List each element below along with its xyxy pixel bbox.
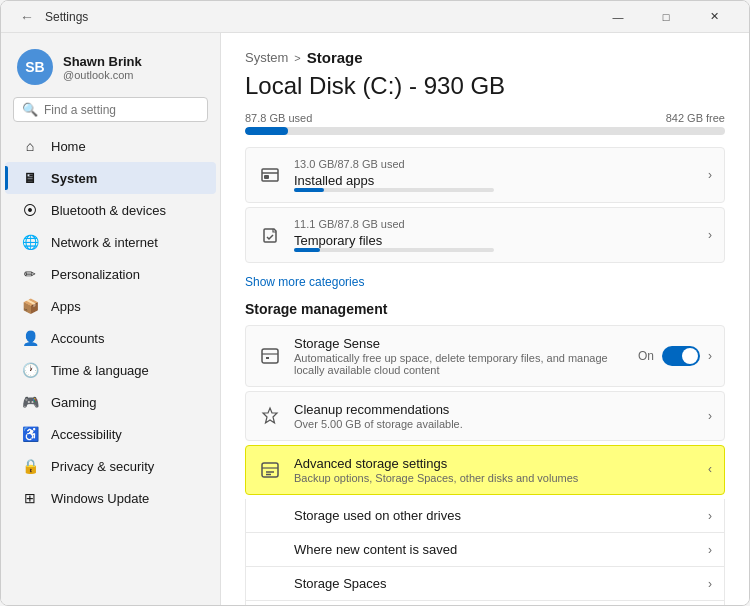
sidebar-item-bluetooth-label: Bluetooth & devices (51, 203, 166, 218)
breadcrumb-current: Storage (307, 49, 363, 66)
sidebar-item-gaming-label: Gaming (51, 395, 97, 410)
search-input[interactable] (44, 103, 199, 117)
cleanup-icon (258, 404, 282, 428)
settings-window: ← Settings — □ ✕ SB Shawn Brink @outlook… (0, 0, 750, 606)
sub-row-storage-spaces-label: Storage Spaces (294, 576, 696, 591)
advanced-storage-info: Advanced storage settings Backup options… (294, 456, 696, 484)
sidebar-item-windows-update[interactable]: ⊞ Windows Update (5, 482, 216, 514)
svg-rect-3 (262, 349, 278, 363)
user-name: Shawn Brink (63, 54, 142, 69)
breadcrumb-system[interactable]: System (245, 50, 288, 65)
breadcrumb: System > Storage (245, 49, 725, 66)
advanced-storage-name: Advanced storage settings (294, 456, 696, 471)
disks-volumes-container: 2. Click on Disks & volumes › (245, 601, 725, 605)
cleanup-chevron: › (708, 409, 712, 423)
storage-sense-toggle-label: On (638, 349, 654, 363)
storage-sense-name: Storage Sense (294, 336, 626, 351)
sub-row-new-content[interactable]: Where new content is saved › (245, 533, 725, 567)
sub-row-storage-spaces-chevron: › (708, 577, 712, 591)
advanced-storage-desc: Backup options, Storage Spaces, other di… (294, 472, 696, 484)
user-info: Shawn Brink @outlook.com (63, 54, 142, 81)
privacy-icon: 🔒 (21, 457, 39, 475)
windows-update-icon: ⊞ (21, 489, 39, 507)
temp-files-size: 11.1 GB/87.8 GB used (294, 218, 696, 230)
sidebar-item-gaming[interactable]: 🎮 Gaming (5, 386, 216, 418)
category-row-temp-files[interactable]: 11.1 GB/87.8 GB used Temporary files › (245, 207, 725, 263)
storage-sense-info: Storage Sense Automatically free up spac… (294, 336, 626, 376)
sidebar-item-apps[interactable]: 📦 Apps (5, 290, 216, 322)
maximize-button[interactable]: □ (643, 1, 689, 33)
advanced-storage-icon (258, 458, 282, 482)
home-icon: ⌂ (21, 137, 39, 155)
user-email: @outlook.com (63, 69, 142, 81)
search-box[interactable]: 🔍 (13, 97, 208, 122)
temp-files-bar (294, 248, 494, 252)
sidebar-item-system[interactable]: 🖥 System (5, 162, 216, 194)
close-button[interactable]: ✕ (691, 1, 737, 33)
sidebar-item-accounts[interactable]: 👤 Accounts (5, 322, 216, 354)
temp-files-icon (258, 223, 282, 247)
category-info-installed-apps: 13.0 GB/87.8 GB used Installed apps (294, 158, 696, 192)
sidebar-item-accessibility[interactable]: ♿ Accessibility (5, 418, 216, 450)
sub-row-storage-other-drives-label: Storage used on other drives (294, 508, 696, 523)
network-icon: 🌐 (21, 233, 39, 251)
svg-rect-0 (262, 169, 278, 181)
accounts-icon: 👤 (21, 329, 39, 347)
breadcrumb-arrow: > (294, 52, 300, 64)
sidebar-item-accessibility-label: Accessibility (51, 427, 122, 442)
gaming-icon: 🎮 (21, 393, 39, 411)
sub-row-storage-spaces[interactable]: Storage Spaces › (245, 567, 725, 601)
advanced-storage-settings-row[interactable]: Advanced storage settings Backup options… (245, 445, 725, 495)
storage-sense-row[interactable]: Storage Sense Automatically free up spac… (245, 325, 725, 387)
sub-row-storage-other-drives-chevron: › (708, 509, 712, 523)
storage-sense-right: On › (638, 346, 712, 366)
installed-apps-chevron: › (708, 168, 712, 182)
sidebar-item-time-label: Time & language (51, 363, 149, 378)
sub-row-new-content-chevron: › (708, 543, 712, 557)
sidebar-item-windows-update-label: Windows Update (51, 491, 149, 506)
cleanup-recommendations-row[interactable]: Cleanup recommendations Over 5.00 GB of … (245, 391, 725, 441)
advanced-storage-right: › (708, 463, 712, 477)
sub-row-storage-other-drives[interactable]: Storage used on other drives › (245, 499, 725, 533)
user-section: SB Shawn Brink @outlook.com (1, 41, 220, 97)
back-button[interactable]: ← (13, 3, 41, 31)
storage-sense-chevron: › (708, 349, 712, 363)
bluetooth-icon: ⦿ (21, 201, 39, 219)
sidebar-item-time[interactable]: 🕐 Time & language (5, 354, 216, 386)
sidebar-item-privacy-label: Privacy & security (51, 459, 154, 474)
storage-sense-icon (258, 344, 282, 368)
sidebar: SB Shawn Brink @outlook.com 🔍 ⌂ Home 🖥 S… (1, 33, 221, 605)
minimize-button[interactable]: — (595, 1, 641, 33)
svg-marker-6 (263, 408, 277, 423)
sidebar-item-bluetooth[interactable]: ⦿ Bluetooth & devices (5, 194, 216, 226)
search-icon: 🔍 (22, 102, 38, 117)
cleanup-info: Cleanup recommendations Over 5.00 GB of … (294, 402, 696, 430)
sidebar-item-personalization[interactable]: ✏ Personalization (5, 258, 216, 290)
temp-files-name: Temporary files (294, 233, 696, 248)
time-icon: 🕐 (21, 361, 39, 379)
sub-row-disks-volumes[interactable]: Disks & volumes › (245, 601, 725, 605)
installed-apps-size: 13.0 GB/87.8 GB used (294, 158, 696, 170)
temp-files-chevron: › (708, 228, 712, 242)
sidebar-item-privacy[interactable]: 🔒 Privacy & security (5, 450, 216, 482)
apps-icon: 📦 (21, 297, 39, 315)
sidebar-item-system-label: System (51, 171, 97, 186)
cleanup-name: Cleanup recommendations (294, 402, 696, 417)
titlebar-title: Settings (45, 10, 595, 24)
storage-bar-container: 87.8 GB used 842 GB free (245, 112, 725, 135)
main-layout: SB Shawn Brink @outlook.com 🔍 ⌂ Home 🖥 S… (1, 33, 749, 605)
cleanup-desc: Over 5.00 GB of storage available. (294, 418, 696, 430)
storage-used-label: 87.8 GB used (245, 112, 312, 124)
show-more-categories[interactable]: Show more categories (245, 275, 364, 289)
sidebar-item-accounts-label: Accounts (51, 331, 104, 346)
installed-apps-name: Installed apps (294, 173, 696, 188)
storage-free-label: 842 GB free (666, 112, 725, 124)
svg-rect-2 (264, 175, 269, 179)
storage-sense-toggle[interactable] (662, 346, 700, 366)
sidebar-item-apps-label: Apps (51, 299, 81, 314)
category-row-installed-apps[interactable]: 13.0 GB/87.8 GB used Installed apps › (245, 147, 725, 203)
sidebar-item-home[interactable]: ⌂ Home (5, 130, 216, 162)
sidebar-item-personalization-label: Personalization (51, 267, 140, 282)
sidebar-item-network[interactable]: 🌐 Network & internet (5, 226, 216, 258)
advanced-storage-container: 1. Click on 🖱 Advanced storage settings … (245, 445, 725, 495)
